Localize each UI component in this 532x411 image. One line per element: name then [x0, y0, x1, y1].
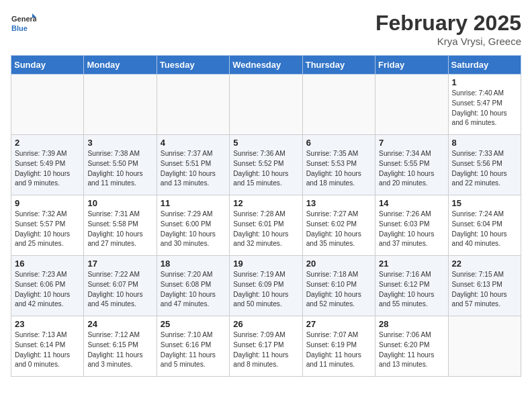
calendar-cell: 28Sunrise: 7:06 AMSunset: 6:20 PMDayligh… — [375, 316, 448, 377]
calendar-week-row: 16Sunrise: 7:23 AMSunset: 6:06 PMDayligh… — [11, 256, 521, 316]
day-number: 7 — [379, 138, 444, 148]
day-number: 15 — [452, 198, 517, 208]
day-number: 14 — [379, 198, 444, 208]
day-number: 9 — [15, 198, 80, 208]
day-number: 12 — [233, 198, 298, 208]
day-info: Sunrise: 7:31 AMSunset: 5:58 PMDaylight:… — [87, 210, 152, 249]
day-info: Sunrise: 7:32 AMSunset: 5:57 PMDaylight:… — [15, 210, 80, 249]
day-info: Sunrise: 7:06 AMSunset: 6:20 PMDaylight:… — [379, 330, 444, 370]
day-number: 27 — [306, 319, 371, 329]
day-number: 6 — [306, 138, 371, 148]
calendar-cell: 22Sunrise: 7:15 AMSunset: 6:13 PMDayligh… — [448, 256, 521, 316]
day-info: Sunrise: 7:36 AMSunset: 5:52 PMDaylight:… — [233, 149, 298, 189]
day-info: Sunrise: 7:37 AMSunset: 5:51 PMDaylight:… — [161, 149, 226, 189]
logo-svg: General Blue — [11, 11, 36, 36]
title-block: February 2025 Krya Vrysi, Greece — [375, 11, 521, 47]
day-number: 8 — [452, 138, 517, 148]
calendar-cell: 3Sunrise: 7:38 AMSunset: 5:50 PMDaylight… — [84, 135, 157, 195]
calendar-cell: 5Sunrise: 7:36 AMSunset: 5:52 PMDaylight… — [230, 135, 302, 195]
day-number: 21 — [379, 259, 444, 269]
calendar-cell: 24Sunrise: 7:12 AMSunset: 6:15 PMDayligh… — [84, 316, 157, 377]
day-number: 2 — [15, 138, 80, 148]
col-header-monday: Monday — [84, 56, 157, 75]
day-number: 17 — [87, 259, 152, 269]
day-info: Sunrise: 7:26 AMSunset: 6:03 PMDaylight:… — [379, 210, 444, 249]
calendar-cell: 10Sunrise: 7:31 AMSunset: 5:58 PMDayligh… — [84, 195, 157, 256]
col-header-saturday: Saturday — [448, 56, 521, 75]
calendar-cell: 14Sunrise: 7:26 AMSunset: 6:03 PMDayligh… — [375, 195, 448, 256]
calendar-cell: 16Sunrise: 7:23 AMSunset: 6:06 PMDayligh… — [11, 256, 84, 316]
calendar-cell: 23Sunrise: 7:13 AMSunset: 6:14 PMDayligh… — [11, 316, 84, 377]
day-number: 5 — [233, 138, 298, 148]
calendar-cell — [375, 75, 448, 135]
calendar-cell: 12Sunrise: 7:28 AMSunset: 6:01 PMDayligh… — [230, 195, 302, 256]
day-info: Sunrise: 7:39 AMSunset: 5:49 PMDaylight:… — [15, 149, 80, 189]
calendar-cell — [448, 316, 521, 377]
calendar-cell: 18Sunrise: 7:20 AMSunset: 6:08 PMDayligh… — [157, 256, 229, 316]
day-info: Sunrise: 7:16 AMSunset: 6:12 PMDaylight:… — [379, 270, 444, 310]
day-number: 25 — [161, 319, 226, 329]
day-info: Sunrise: 7:35 AMSunset: 5:53 PMDaylight:… — [306, 149, 371, 189]
month-title: February 2025 — [375, 11, 521, 36]
day-info: Sunrise: 7:34 AMSunset: 5:55 PMDaylight:… — [379, 149, 444, 189]
calendar-week-row: 9Sunrise: 7:32 AMSunset: 5:57 PMDaylight… — [11, 195, 521, 256]
calendar-cell: 26Sunrise: 7:09 AMSunset: 6:17 PMDayligh… — [230, 316, 302, 377]
day-number: 11 — [161, 198, 226, 208]
day-info: Sunrise: 7:09 AMSunset: 6:17 PMDaylight:… — [233, 330, 298, 370]
day-info: Sunrise: 7:13 AMSunset: 6:14 PMDaylight:… — [15, 330, 80, 370]
day-number: 24 — [87, 319, 152, 329]
day-info: Sunrise: 7:40 AMSunset: 5:47 PMDaylight:… — [452, 89, 517, 128]
day-info: Sunrise: 7:38 AMSunset: 5:50 PMDaylight:… — [87, 149, 152, 189]
calendar-cell: 20Sunrise: 7:18 AMSunset: 6:10 PMDayligh… — [302, 256, 375, 316]
logo: General Blue — [11, 11, 36, 36]
day-number: 1 — [452, 77, 517, 87]
calendar-cell: 8Sunrise: 7:33 AMSunset: 5:56 PMDaylight… — [448, 135, 521, 195]
col-header-sunday: Sunday — [11, 56, 84, 75]
calendar-cell: 6Sunrise: 7:35 AMSunset: 5:53 PMDaylight… — [302, 135, 375, 195]
day-info: Sunrise: 7:12 AMSunset: 6:15 PMDaylight:… — [87, 330, 152, 370]
page-header: General Blue February 2025 Krya Vrysi, G… — [11, 11, 521, 47]
calendar-cell: 21Sunrise: 7:16 AMSunset: 6:12 PMDayligh… — [375, 256, 448, 316]
day-number: 23 — [15, 319, 80, 329]
col-header-wednesday: Wednesday — [230, 56, 302, 75]
calendar-cell: 2Sunrise: 7:39 AMSunset: 5:49 PMDaylight… — [11, 135, 84, 195]
day-info: Sunrise: 7:15 AMSunset: 6:13 PMDaylight:… — [452, 270, 517, 310]
day-info: Sunrise: 7:33 AMSunset: 5:56 PMDaylight:… — [452, 149, 517, 189]
day-number: 3 — [87, 138, 152, 148]
day-number: 28 — [379, 319, 444, 329]
calendar-cell — [84, 75, 157, 135]
calendar-cell: 25Sunrise: 7:10 AMSunset: 6:16 PMDayligh… — [157, 316, 229, 377]
day-number: 19 — [233, 259, 298, 269]
col-header-thursday: Thursday — [302, 56, 375, 75]
day-info: Sunrise: 7:28 AMSunset: 6:01 PMDaylight:… — [233, 210, 298, 249]
calendar-cell — [11, 75, 84, 135]
day-info: Sunrise: 7:10 AMSunset: 6:16 PMDaylight:… — [161, 330, 226, 370]
calendar-table: SundayMondayTuesdayWednesdayThursdayFrid… — [11, 55, 521, 377]
location: Krya Vrysi, Greece — [375, 36, 521, 47]
calendar-cell: 7Sunrise: 7:34 AMSunset: 5:55 PMDaylight… — [375, 135, 448, 195]
calendar-cell: 27Sunrise: 7:07 AMSunset: 6:19 PMDayligh… — [302, 316, 375, 377]
calendar-cell: 15Sunrise: 7:24 AMSunset: 6:04 PMDayligh… — [448, 195, 521, 256]
col-header-tuesday: Tuesday — [157, 56, 229, 75]
calendar-cell: 1Sunrise: 7:40 AMSunset: 5:47 PMDaylight… — [448, 75, 521, 135]
day-number: 4 — [161, 138, 226, 148]
calendar-cell — [157, 75, 229, 135]
day-info: Sunrise: 7:18 AMSunset: 6:10 PMDaylight:… — [306, 270, 371, 310]
day-info: Sunrise: 7:24 AMSunset: 6:04 PMDaylight:… — [452, 210, 517, 249]
calendar-cell: 13Sunrise: 7:27 AMSunset: 6:02 PMDayligh… — [302, 195, 375, 256]
day-number: 16 — [15, 259, 80, 269]
calendar-cell: 4Sunrise: 7:37 AMSunset: 5:51 PMDaylight… — [157, 135, 229, 195]
calendar-header-row: SundayMondayTuesdayWednesdayThursdayFrid… — [11, 56, 521, 75]
day-info: Sunrise: 7:29 AMSunset: 6:00 PMDaylight:… — [161, 210, 226, 249]
day-number: 26 — [233, 319, 298, 329]
calendar-cell: 9Sunrise: 7:32 AMSunset: 5:57 PMDaylight… — [11, 195, 84, 256]
day-info: Sunrise: 7:20 AMSunset: 6:08 PMDaylight:… — [161, 270, 226, 310]
day-number: 22 — [452, 259, 517, 269]
day-number: 10 — [87, 198, 152, 208]
day-info: Sunrise: 7:27 AMSunset: 6:02 PMDaylight:… — [306, 210, 371, 249]
day-number: 13 — [306, 198, 371, 208]
calendar-cell — [230, 75, 302, 135]
day-info: Sunrise: 7:07 AMSunset: 6:19 PMDaylight:… — [306, 330, 371, 370]
calendar-week-row: 23Sunrise: 7:13 AMSunset: 6:14 PMDayligh… — [11, 316, 521, 377]
calendar-week-row: 1Sunrise: 7:40 AMSunset: 5:47 PMDaylight… — [11, 75, 521, 135]
